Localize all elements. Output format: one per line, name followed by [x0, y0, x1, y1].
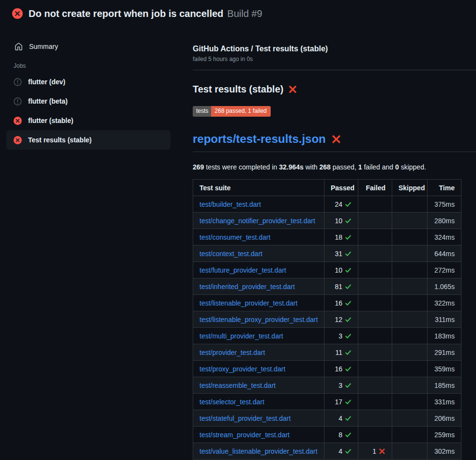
suite-cell: test/builder_test.dart — [193, 196, 324, 213]
sidebar-job-item[interactable]: flutter (beta) — [6, 92, 170, 111]
table-row: test/selector_test.dart17331ms — [193, 394, 461, 410]
check-icon — [342, 382, 352, 389]
suite-link[interactable]: test/proxy_provider_test.dart — [200, 365, 285, 373]
suite-link[interactable]: test/change_notifier_provider_test.dart — [200, 217, 315, 225]
passed-cell: 18 — [324, 229, 358, 245]
failed-cell — [358, 295, 392, 311]
check-title: Test results (stable) — [193, 84, 283, 95]
passed-cell: 16 — [324, 295, 358, 311]
table-row: test/stateful_provider_test.dart4206ms — [193, 410, 461, 427]
column-header-failed: Failed — [358, 180, 392, 196]
passed-cell: 11 — [324, 344, 358, 361]
suite-link[interactable]: test/listenable_provider_test.dart — [200, 299, 297, 307]
suite-link[interactable]: test/inherited_provider_test.dart — [200, 283, 295, 291]
check-icon — [342, 414, 352, 422]
time-cell: 302ms — [428, 443, 461, 460]
failed-count: 1 — [372, 447, 376, 455]
passed-cell: 17 — [324, 394, 358, 410]
time-cell: 206ms — [428, 410, 461, 427]
suite-link[interactable]: test/provider_test.dart — [200, 349, 265, 356]
column-header-skipped: Skipped — [392, 180, 428, 196]
build-number: Build #9 — [227, 8, 262, 19]
suite-link[interactable]: test/consumer_test.dart — [200, 233, 270, 241]
passed-cell: 3 — [324, 328, 358, 344]
table-row: test/stream_provider_test.dart8259ms — [193, 427, 461, 443]
skipped-cell — [392, 278, 428, 295]
sidebar-job-item[interactable]: Test results (stable) — [6, 130, 170, 150]
time-cell: 331ms — [428, 394, 461, 410]
suite-cell: test/inherited_provider_test.dart — [193, 278, 324, 295]
failed-cell: 1 — [358, 443, 392, 460]
suite-link[interactable]: test/context_test.dart — [200, 250, 262, 258]
check-icon — [342, 217, 352, 225]
page-title: Do not create report when job is cancell… — [29, 8, 223, 19]
badge-value: 268 passed, 1 failed — [211, 106, 270, 117]
suite-cell: test/listenable_provider_test.dart — [193, 295, 324, 311]
sidebar: Summary Jobs flutter (dev)flutter (beta)… — [0, 27, 184, 150]
job-label: flutter (dev) — [28, 78, 65, 86]
time-cell: 1.065s — [428, 278, 461, 295]
passed-count: 3 — [338, 332, 342, 340]
column-header-passed: Passed — [324, 180, 358, 196]
x-icon — [376, 447, 385, 455]
suite-link[interactable]: test/builder_test.dart — [200, 200, 261, 208]
time-cell: 322ms — [428, 295, 461, 311]
sidebar-job-item[interactable]: flutter (stable) — [6, 111, 170, 130]
suite-cell: test/reassemble_test.dart — [193, 377, 324, 394]
failed-cell — [358, 278, 392, 295]
run-meta: failed 5 hours ago in 0s — [193, 56, 476, 62]
passed-count: 17 — [335, 398, 342, 406]
passed-count: 10 — [335, 217, 342, 225]
suite-cell: test/value_listenable_provider_test.dart — [193, 443, 324, 460]
passed-cell: 8 — [324, 427, 358, 443]
header-divider — [193, 70, 476, 70]
badge-label: tests — [193, 106, 211, 117]
check-icon — [342, 398, 352, 406]
table-row: test/proxy_provider_test.dart16359ms — [193, 361, 461, 377]
suite-link[interactable]: test/stateful_provider_test.dart — [200, 414, 291, 422]
suite-cell: test/listenable_proxy_provider_test.dart — [193, 311, 324, 328]
report-file-link[interactable]: reports/test-results.json — [193, 132, 326, 146]
failed-cell — [358, 262, 392, 278]
table-row: test/provider_test.dart11291ms — [193, 344, 461, 361]
sidebar-job-item[interactable]: flutter (dev) — [6, 72, 170, 92]
table-header-row: Test suite Passed Failed Skipped Time — [193, 180, 461, 196]
suite-link[interactable]: test/selector_test.dart — [200, 398, 264, 406]
job-label: flutter (stable) — [28, 117, 73, 124]
passed-count: 8 — [338, 431, 342, 439]
suite-link[interactable]: test/value_listenable_provider_test.dart — [200, 447, 318, 455]
suite-cell: test/selector_test.dart — [193, 394, 324, 410]
skipped-cell — [392, 394, 428, 410]
table-row: test/multi_provider_test.dart3183ms — [193, 328, 461, 344]
time-cell: 185ms — [428, 377, 461, 394]
check-icon — [342, 316, 352, 323]
suite-link[interactable]: test/multi_provider_test.dart — [200, 332, 283, 340]
cross-mark-icon — [331, 134, 341, 144]
table-row: test/context_test.dart31644ms — [193, 245, 461, 262]
failed-cell — [358, 245, 392, 262]
check-icon — [342, 349, 352, 356]
job-label: Test results (stable) — [28, 136, 92, 144]
passed-count: 12 — [335, 316, 342, 323]
jobs-list: flutter (dev)flutter (beta)flutter (stab… — [0, 72, 184, 150]
time-cell: 375ms — [428, 196, 461, 213]
check-icon — [342, 283, 352, 291]
sidebar-item-summary[interactable]: Summary — [6, 39, 170, 54]
suite-link[interactable]: test/stream_provider_test.dart — [200, 431, 290, 439]
time-cell: 291ms — [428, 344, 461, 361]
suite-link[interactable]: test/future_provider_test.dart — [200, 266, 286, 274]
failed-cell — [358, 311, 392, 328]
failed-cell — [358, 410, 392, 427]
suite-cell: test/stream_provider_test.dart — [193, 427, 324, 443]
time-cell: 272ms — [428, 262, 461, 278]
passed-cell: 3 — [324, 377, 358, 394]
passed-cell: 81 — [324, 278, 358, 295]
table-row: test/inherited_provider_test.dart811.065… — [193, 278, 461, 295]
suite-link[interactable]: test/listenable_proxy_provider_test.dart — [200, 316, 318, 323]
alert-circle-icon — [14, 97, 22, 106]
suite-link[interactable]: test/reassemble_test.dart — [200, 382, 276, 389]
check-icon — [342, 266, 352, 274]
passed-cell: 4 — [324, 410, 358, 427]
check-icon — [342, 233, 352, 241]
skipped-cell — [392, 245, 428, 262]
